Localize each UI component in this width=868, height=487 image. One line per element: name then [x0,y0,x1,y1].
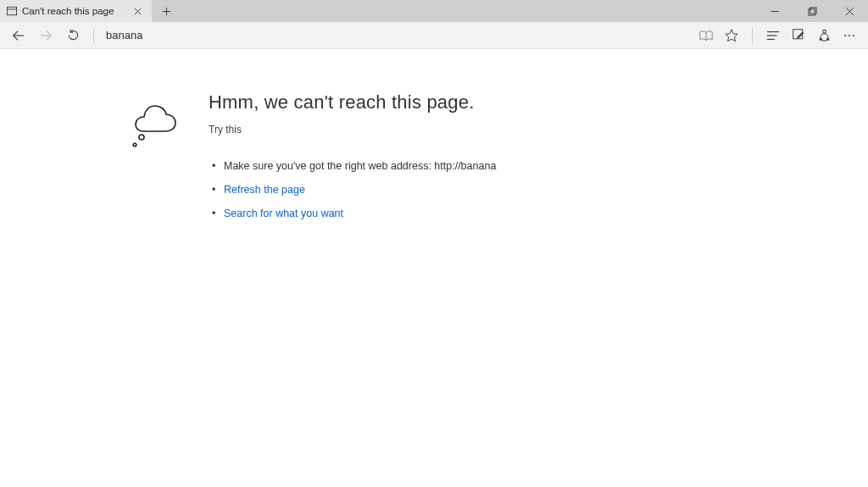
webnote-button[interactable] [787,24,810,47]
refresh-page-link[interactable]: Refresh the page [224,184,305,196]
error-heading: Hmm, we can't reach this page. [209,91,496,113]
try-this-label: Try this [209,124,496,136]
favorite-star-button[interactable] [720,24,743,47]
svg-marker-14 [726,29,737,41]
svg-point-23 [844,34,846,36]
share-button[interactable] [812,24,836,47]
close-window-button[interactable] [831,0,868,22]
search-link[interactable]: Search for what you want [224,208,343,219]
address-bar[interactable] [106,26,684,45]
page-content: Hmm, we can't reach this page. Try this … [0,49,868,225]
window-controls [756,0,868,22]
tab-close-button[interactable] [130,3,145,19]
reading-view-button[interactable] [694,24,718,47]
tip-check-address: Make sure you've got the right web addre… [209,154,496,178]
svg-point-22 [826,38,828,40]
maximize-button[interactable] [793,0,831,22]
svg-point-20 [822,30,826,33]
toolbar-separator [752,27,753,44]
svg-rect-8 [810,7,815,13]
svg-point-26 [139,135,144,140]
thought-cloud-icon [129,97,188,225]
back-button[interactable] [7,24,31,47]
minimize-button[interactable] [756,0,793,22]
svg-point-24 [849,34,850,36]
browser-tab[interactable]: Can't reach this page [0,0,153,22]
toolbar [0,22,868,49]
hub-button[interactable] [761,24,785,47]
new-tab-button[interactable] [153,0,180,22]
tab-strip: Can't reach this page [0,0,868,22]
tab-title: Can't reach this page [22,6,125,16]
svg-point-21 [820,38,821,40]
svg-rect-7 [808,8,814,14]
toolbar-separator [93,28,94,43]
page-icon [7,6,17,16]
svg-rect-0 [7,7,16,14]
svg-point-25 [853,34,854,36]
svg-point-27 [133,143,136,147]
refresh-button[interactable] [61,24,85,47]
more-button[interactable] [837,24,861,47]
forward-button[interactable] [34,24,58,47]
